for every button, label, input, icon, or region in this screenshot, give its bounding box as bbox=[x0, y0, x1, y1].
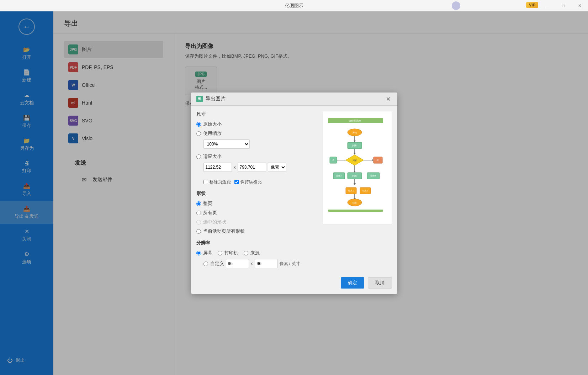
user-avatar bbox=[452, 1, 460, 10]
keep-ratio-checkbox[interactable] bbox=[234, 180, 239, 184]
keep-ratio-text: 保持纵横比 bbox=[240, 179, 262, 185]
margin-options-row: 移除页边距 保持纵横比 bbox=[203, 179, 317, 185]
res-x-separator: x bbox=[251, 261, 253, 266]
cancel-button[interactable]: 取消 bbox=[368, 277, 392, 289]
svg-rect-39 bbox=[328, 210, 383, 212]
remove-margin-label[interactable]: 移除页边距 bbox=[203, 179, 231, 185]
res-unit-label: 像素 / 英寸 bbox=[280, 261, 300, 267]
radio-all-pages[interactable]: 所有页 bbox=[196, 210, 317, 216]
svg-text:结果2: 结果2 bbox=[362, 190, 368, 192]
radio-screen-label: 屏幕 bbox=[203, 250, 212, 256]
fit-width-input[interactable] bbox=[203, 163, 232, 172]
radio-custom-input[interactable] bbox=[203, 262, 208, 266]
keep-ratio-label[interactable]: 保持纵横比 bbox=[234, 179, 262, 185]
remove-margin-checkbox[interactable] bbox=[203, 180, 208, 184]
resolution-radio-row: 屏幕 打印机 来源 bbox=[196, 250, 317, 256]
shape-radio-group: 整页 所有页 选中的形状 当前活动页所有形状 bbox=[196, 200, 317, 234]
svg-text:步骤1: 步骤1 bbox=[352, 144, 357, 147]
radio-original[interactable]: 原始大小 bbox=[196, 121, 317, 127]
size-radio-group: 原始大小 使用缩放 100% 50% 200% bbox=[196, 121, 317, 174]
radio-scale-input[interactable] bbox=[196, 131, 201, 136]
window-controls: — □ ✕ bbox=[539, 0, 588, 11]
radio-custom[interactable]: 自定义 bbox=[203, 260, 224, 267]
radio-fit-input[interactable] bbox=[196, 154, 201, 159]
resolution-section-title: 分辨率 bbox=[196, 240, 317, 246]
dialog-icon-text: 图 bbox=[198, 97, 201, 101]
svg-text:处理B: 处理B bbox=[370, 175, 376, 177]
shape-section-title: 形状 bbox=[196, 190, 317, 197]
radio-screen-input[interactable] bbox=[196, 251, 201, 255]
radio-original-label: 原始大小 bbox=[203, 121, 222, 127]
radio-printer-label: 打印机 bbox=[224, 250, 238, 256]
radio-selected-input bbox=[196, 220, 201, 225]
radio-printer[interactable]: 打印机 bbox=[218, 250, 238, 256]
radio-fit-label: 适应大小 bbox=[203, 153, 222, 160]
svg-text:结束: 结束 bbox=[353, 202, 357, 204]
dialog-preview-panel: 流程图示例 开始 步骤1 bbox=[323, 111, 392, 268]
size-x-separator: x bbox=[234, 165, 236, 170]
size-row: x 像素 英寸 bbox=[203, 163, 317, 172]
dialog-title: 导出图片 bbox=[206, 96, 385, 102]
scale-row: 100% 50% 200% bbox=[203, 139, 317, 149]
radio-screen[interactable]: 屏幕 bbox=[196, 250, 212, 256]
radio-original-input[interactable] bbox=[196, 122, 201, 127]
dialog-settings-panel: 尺寸 原始大小 使用缩放 100% 50% 200% bbox=[196, 111, 317, 268]
dialog-icon: 图 bbox=[196, 96, 203, 102]
resolution-custom-row: 自定义 x 像素 / 英寸 bbox=[203, 259, 317, 268]
vip-badge[interactable]: VIP bbox=[526, 2, 538, 8]
radio-active-page-input[interactable] bbox=[196, 229, 201, 234]
preview-content: 流程图示例 开始 步骤1 bbox=[323, 111, 392, 225]
radio-fit[interactable]: 适应大小 bbox=[196, 153, 317, 160]
radio-custom-label: 自定义 bbox=[210, 260, 224, 267]
radio-active-page-label: 当前活动页所有形状 bbox=[203, 228, 245, 234]
app-title: 亿图图示 bbox=[285, 2, 303, 9]
confirm-button[interactable]: 确定 bbox=[341, 277, 364, 289]
resolution-section: 分辨率 屏幕 打印机 来源 bbox=[196, 240, 317, 268]
svg-text:处理A: 处理A bbox=[336, 175, 342, 177]
close-button[interactable]: ✕ bbox=[572, 0, 588, 11]
unit-select[interactable]: 像素 英寸 bbox=[268, 163, 286, 172]
radio-selected-label: 选中的形状 bbox=[203, 219, 226, 225]
radio-source-input[interactable] bbox=[244, 251, 248, 255]
custom-res-y-input[interactable] bbox=[255, 259, 278, 268]
radio-all-pages-label: 所有页 bbox=[203, 210, 217, 216]
radio-scale[interactable]: 使用缩放 bbox=[196, 130, 317, 137]
custom-res-x-input[interactable] bbox=[226, 259, 249, 268]
titlebar: 亿图图示 VIP — □ ✕ bbox=[0, 0, 588, 11]
scale-select[interactable]: 100% 50% 200% bbox=[203, 139, 250, 149]
radio-printer-input[interactable] bbox=[218, 251, 222, 255]
svg-text:是: 是 bbox=[377, 159, 379, 161]
remove-margin-text: 移除页边距 bbox=[210, 179, 231, 185]
size-section-title: 尺寸 bbox=[196, 111, 317, 117]
dialog-close-button[interactable]: ✕ bbox=[385, 95, 392, 102]
radio-source[interactable]: 来源 bbox=[244, 250, 260, 256]
preview-box: 流程图示例 开始 步骤1 bbox=[323, 111, 392, 225]
svg-text:开始: 开始 bbox=[353, 132, 357, 134]
dialog-body: 尺寸 原始大小 使用缩放 100% 50% 200% bbox=[191, 106, 397, 274]
svg-text:步骤2: 步骤2 bbox=[352, 175, 357, 177]
radio-scale-label: 使用缩放 bbox=[203, 130, 222, 137]
svg-text:结果1: 结果1 bbox=[348, 190, 354, 192]
minimize-button[interactable]: — bbox=[539, 0, 555, 11]
export-dialog: 图 导出图片 ✕ 尺寸 原始大小 使用缩放 bbox=[191, 93, 397, 294]
radio-whole-page[interactable]: 整页 bbox=[196, 200, 317, 207]
shape-section: 形状 整页 所有页 选中的形状 bbox=[196, 190, 317, 234]
radio-active-page[interactable]: 当前活动页所有形状 bbox=[196, 228, 317, 234]
maximize-button[interactable]: □ bbox=[555, 0, 572, 11]
radio-all-pages-input[interactable] bbox=[196, 211, 201, 215]
fit-height-input[interactable] bbox=[238, 163, 266, 172]
radio-whole-page-label: 整页 bbox=[203, 200, 212, 207]
svg-text:否: 否 bbox=[332, 159, 334, 161]
radio-whole-page-input[interactable] bbox=[196, 201, 201, 206]
modal-overlay: 图 导出图片 ✕ 尺寸 原始大小 使用缩放 bbox=[0, 11, 588, 375]
svg-text:判断: 判断 bbox=[353, 159, 357, 162]
radio-selected[interactable]: 选中的形状 bbox=[196, 219, 317, 225]
preview-flowchart: 流程图示例 开始 步骤1 bbox=[324, 113, 390, 223]
dialog-titlebar: 图 导出图片 ✕ bbox=[191, 93, 397, 106]
dialog-footer: 确定 取消 bbox=[191, 274, 397, 294]
svg-text:流程图示例: 流程图示例 bbox=[348, 120, 361, 122]
radio-source-label: 来源 bbox=[250, 250, 260, 256]
